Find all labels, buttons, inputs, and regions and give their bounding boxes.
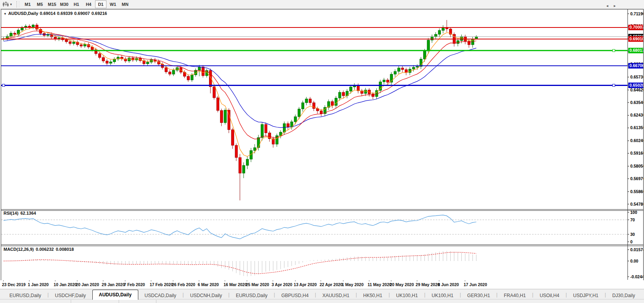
candle-down bbox=[235, 145, 238, 157]
macd-histogram bbox=[4, 251, 476, 276]
candle-up bbox=[435, 34, 437, 37]
chart-tab-usdcad-daily[interactable]: USDCAD,Daily bbox=[138, 291, 183, 299]
time-tick bbox=[125, 280, 125, 281]
price-badge-label: 0.70007 bbox=[629, 25, 643, 29]
chart-window: 0.711900.701100.690300.679200.668400.657… bbox=[1, 9, 644, 281]
tab-scroll-left-icon[interactable]: ◂ bbox=[606, 4, 614, 8]
line-handle[interactable] bbox=[2, 84, 5, 86]
candle-up bbox=[350, 87, 352, 91]
timeframe-toolbar: ▼ M1M5M15M30H1H4D1W1MN bbox=[0, 0, 644, 9]
chart-tab-eurusd-daily[interactable]: EURUSD,Daily bbox=[3, 291, 48, 299]
macd-axis-label: -0.024412 bbox=[630, 274, 643, 279]
rsi-axis-label: 0 bbox=[630, 239, 633, 244]
candle-down bbox=[342, 92, 345, 96]
time-tick bbox=[3, 280, 4, 281]
timeframe-button-mn[interactable]: MN bbox=[119, 0, 131, 8]
candle-up bbox=[10, 33, 13, 36]
timeframe-button-m1[interactable]: M1 bbox=[22, 0, 33, 8]
ohlc-close: 0.69216 bbox=[92, 11, 107, 16]
chart-tab-usdchf-daily[interactable]: USDCHF,Daily bbox=[49, 291, 92, 299]
candle-up bbox=[412, 67, 415, 69]
time-tick bbox=[199, 280, 199, 281]
chart-tab-uk100-h1[interactable]: UK100,H1 bbox=[426, 291, 460, 299]
candle-up bbox=[394, 71, 396, 74]
candle-up bbox=[198, 67, 201, 70]
candle-down bbox=[401, 68, 404, 69]
candle-up bbox=[475, 37, 478, 39]
chevron-down-icon[interactable]: ▼ bbox=[9, 3, 13, 6]
price-tick-label: 0.60240 bbox=[630, 138, 643, 143]
price-tick-label: 0.56970 bbox=[630, 176, 643, 181]
line-handle[interactable] bbox=[613, 84, 615, 86]
candlestick-chart-icon[interactable] bbox=[2, 1, 9, 8]
candle-up bbox=[32, 25, 35, 27]
timeframe-buttons: M1M5M15M30H1H4D1W1MN bbox=[22, 0, 131, 8]
timeframe-button-h1[interactable]: H1 bbox=[71, 0, 82, 8]
time-tick bbox=[369, 280, 369, 281]
time-tick bbox=[29, 280, 29, 281]
timeframe-button-m5[interactable]: M5 bbox=[34, 0, 46, 8]
time-tick bbox=[391, 280, 391, 281]
toolbar-grip bbox=[17, 1, 19, 7]
date-label: 22 Apr 2020 bbox=[319, 282, 343, 287]
candle-down bbox=[13, 33, 16, 34]
chart-tab-usdcnh-daily[interactable]: USDCNH,Daily bbox=[184, 291, 228, 299]
timeframe-button-h4[interactable]: H4 bbox=[83, 0, 94, 8]
candle-up bbox=[128, 58, 131, 61]
line-handle[interactable] bbox=[613, 49, 615, 52]
candle-down bbox=[69, 42, 72, 44]
price-badge-label: 0.68017 bbox=[629, 48, 643, 53]
candle-up bbox=[110, 62, 112, 63]
macd-axis-label: 0.00 bbox=[630, 259, 638, 263]
date-label: 26 Feb 2020 bbox=[172, 282, 195, 287]
time-tick bbox=[247, 280, 247, 281]
price-tick-label: 0.62430 bbox=[630, 113, 643, 117]
chart-tab-uk100-h1[interactable]: UK100,H1 bbox=[390, 291, 424, 299]
timeframe-button-d1[interactable]: D1 bbox=[95, 0, 106, 8]
rsi-axis-label: 100 bbox=[630, 210, 637, 215]
price-tick-label: 0.55860 bbox=[630, 189, 643, 194]
candle-up bbox=[191, 75, 193, 80]
tab-scroll-arrows[interactable]: ◂▸ bbox=[606, 4, 621, 8]
candle-up bbox=[246, 159, 249, 166]
chart-header: ▼AUDUSD,Daily0.690140.693390.690070.6921… bbox=[4, 11, 108, 16]
chart-tab-ger30-h1[interactable]: GER30,H1 bbox=[461, 291, 496, 299]
candle-up bbox=[294, 117, 297, 122]
chart-tab-usoil-h4[interactable]: USOil,H4 bbox=[533, 291, 565, 299]
chart-plot[interactable]: 0.711900.701100.690300.679200.668400.657… bbox=[1, 9, 643, 280]
price-tick-label: 0.63540 bbox=[630, 100, 643, 105]
chart-tab-hk50-h1[interactable]: HK50,H1 bbox=[357, 291, 389, 299]
chart-tab-eurusd-daily[interactable]: EURUSD,Daily bbox=[229, 291, 274, 299]
timeframe-button-m15[interactable]: M15 bbox=[46, 0, 58, 8]
date-label: 3 Apr 2020 bbox=[272, 282, 292, 287]
candle-down bbox=[165, 68, 168, 72]
chart-tab-gbpusd-h4[interactable]: GBPUSD,H4 bbox=[275, 291, 315, 299]
price-tick-label: 0.64620 bbox=[630, 88, 643, 92]
time-axis: 23 Dec 20191 Jan 202010 Jan 202020 Jan 2… bbox=[0, 280, 644, 289]
timeframe-button-m30[interactable]: M30 bbox=[59, 0, 70, 8]
chart-tab-usdjpy-h1[interactable]: USDJPY,H1 bbox=[567, 291, 605, 299]
candle-up bbox=[224, 110, 227, 123]
date-label: 10 Jan 2020 bbox=[54, 282, 77, 287]
tab-scroll-right-icon[interactable]: ▸ bbox=[614, 4, 621, 8]
candle-up bbox=[364, 90, 367, 93]
rsi-indicator-label: RSI(14)62.1364 bbox=[4, 211, 38, 215]
price-badge-label: 0.69010 bbox=[629, 37, 643, 41]
candle-up bbox=[113, 59, 116, 62]
candle-up bbox=[427, 40, 430, 51]
chart-tab-dj30-daily[interactable]: DJ30,Daily bbox=[606, 291, 641, 299]
timeframe-button-w1[interactable]: W1 bbox=[107, 0, 119, 8]
status-divider bbox=[119, 300, 119, 303]
time-tick bbox=[173, 280, 173, 281]
candle-up bbox=[301, 103, 304, 109]
time-tick bbox=[77, 280, 77, 281]
chart-tab-fra40-h1[interactable]: FRA40,H1 bbox=[497, 291, 532, 299]
ma-fast-line bbox=[4, 27, 476, 157]
collapse-triangle-icon[interactable]: ▼ bbox=[4, 12, 7, 16]
date-label: 29 May 2020 bbox=[416, 282, 440, 287]
candle-down bbox=[264, 124, 267, 133]
candle-up bbox=[298, 109, 301, 117]
candle-down bbox=[228, 110, 230, 130]
chart-tab-audusd-daily[interactable]: AUDUSD,Daily bbox=[92, 290, 138, 300]
chart-tab-xauusd-h1[interactable]: XAUUSD,H1 bbox=[316, 291, 356, 299]
